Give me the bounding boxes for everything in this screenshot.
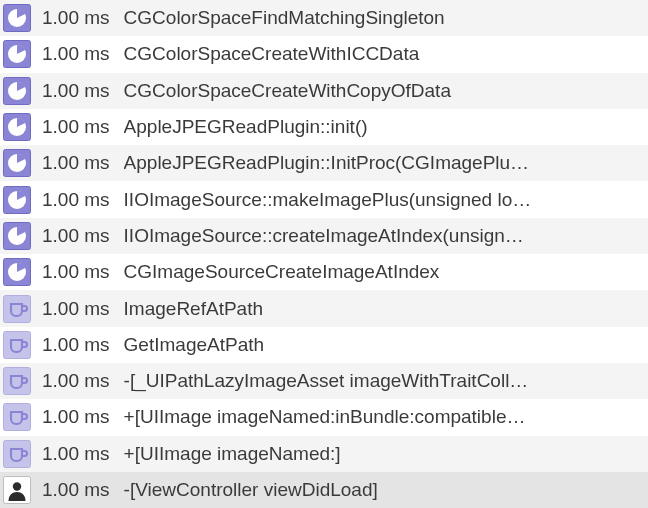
table-row[interactable]: 1.00 ms ImageRefAtPath — [0, 290, 648, 326]
symbol-name: -[ViewController viewDidLoad] — [124, 479, 644, 501]
self-time: 1.00 ms — [42, 298, 124, 320]
self-time: 1.00 ms — [42, 152, 124, 174]
pie-chart-icon — [2, 3, 32, 33]
pie-chart-icon — [2, 221, 32, 251]
self-time: 1.00 ms — [42, 116, 124, 138]
coffee-cup-icon — [2, 402, 32, 432]
table-row[interactable]: 1.00 ms IIOImageSource::createImageAtInd… — [0, 218, 648, 254]
symbol-name: CGColorSpaceCreateWithCopyOfData — [124, 80, 644, 102]
coffee-cup-icon — [2, 330, 32, 360]
self-time: 1.00 ms — [42, 406, 124, 428]
profile-call-tree-table: 1.00 ms CGColorSpaceFindMatchingSingleto… — [0, 0, 648, 508]
symbol-name: +[UIImage imageNamed:] — [124, 443, 644, 465]
pie-chart-icon — [2, 39, 32, 69]
table-row[interactable]: 1.00 ms -[_UIPathLazyImageAsset imageWit… — [0, 363, 648, 399]
svg-point-22 — [13, 482, 21, 490]
symbol-name: GetImageAtPath — [124, 334, 644, 356]
self-time: 1.00 ms — [42, 43, 124, 65]
symbol-name: ImageRefAtPath — [124, 298, 644, 320]
pie-chart-icon — [2, 257, 32, 287]
self-time: 1.00 ms — [42, 443, 124, 465]
table-row[interactable]: 1.00 ms -[ViewController viewDidLoad] — [0, 472, 648, 508]
table-row[interactable]: 1.00 ms IIOImageSource::makeImagePlus(un… — [0, 181, 648, 217]
self-time: 1.00 ms — [42, 479, 124, 501]
person-silhouette-icon — [2, 475, 32, 505]
symbol-name: +[UIImage imageNamed:inBundle:compatible… — [124, 406, 644, 428]
table-row[interactable]: 1.00 ms AppleJPEGReadPlugin::init() — [0, 109, 648, 145]
self-time: 1.00 ms — [42, 370, 124, 392]
table-row[interactable]: 1.00 ms GetImageAtPath — [0, 327, 648, 363]
symbol-name: -[_UIPathLazyImageAsset imageWithTraitCo… — [124, 370, 644, 392]
symbol-name: CGImageSourceCreateImageAtIndex — [124, 261, 644, 283]
pie-chart-icon — [2, 112, 32, 142]
table-row[interactable]: 1.00 ms CGImageSourceCreateImageAtIndex — [0, 254, 648, 290]
coffee-cup-icon — [2, 439, 32, 469]
self-time: 1.00 ms — [42, 334, 124, 356]
self-time: 1.00 ms — [42, 7, 124, 29]
symbol-name: IIOImageSource::makeImagePlus(unsigned l… — [124, 189, 644, 211]
self-time: 1.00 ms — [42, 261, 124, 283]
self-time: 1.00 ms — [42, 189, 124, 211]
symbol-name: AppleJPEGReadPlugin::InitProc(CGImagePlu… — [124, 152, 644, 174]
symbol-name: CGColorSpaceFindMatchingSingleton — [124, 7, 644, 29]
self-time: 1.00 ms — [42, 225, 124, 247]
symbol-name: IIOImageSource::createImageAtIndex(unsig… — [124, 225, 644, 247]
symbol-name: CGColorSpaceCreateWithICCData — [124, 43, 644, 65]
table-row[interactable]: 1.00 ms +[UIImage imageNamed:] — [0, 436, 648, 472]
pie-chart-icon — [2, 76, 32, 106]
self-time: 1.00 ms — [42, 80, 124, 102]
pie-chart-icon — [2, 185, 32, 215]
pie-chart-icon — [2, 148, 32, 178]
table-row[interactable]: 1.00 ms +[UIImage imageNamed:inBundle:co… — [0, 399, 648, 435]
table-row[interactable]: 1.00 ms AppleJPEGReadPlugin::InitProc(CG… — [0, 145, 648, 181]
coffee-cup-icon — [2, 294, 32, 324]
table-row[interactable]: 1.00 ms CGColorSpaceFindMatchingSingleto… — [0, 0, 648, 36]
symbol-name: AppleJPEGReadPlugin::init() — [124, 116, 644, 138]
table-row[interactable]: 1.00 ms CGColorSpaceCreateWithCopyOfData — [0, 73, 648, 109]
coffee-cup-icon — [2, 366, 32, 396]
table-row[interactable]: 1.00 ms CGColorSpaceCreateWithICCData — [0, 36, 648, 72]
